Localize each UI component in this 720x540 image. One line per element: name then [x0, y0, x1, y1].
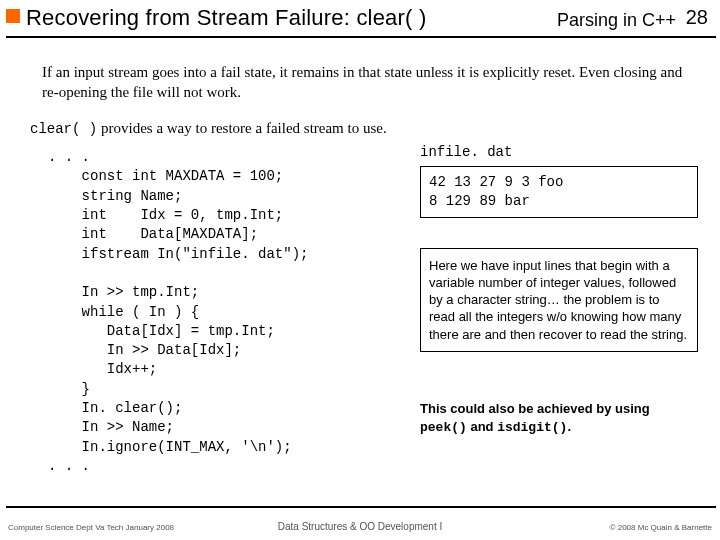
data-file-box: 42 13 27 9 3 foo 8 129 89 bar — [420, 166, 698, 218]
clear-rest: provides a way to restore a failed strea… — [97, 120, 386, 136]
note2-t1: This could also be achieved by using — [420, 401, 650, 416]
course-name: Parsing in C++ — [557, 10, 676, 31]
slide-title: Recovering from Stream Failure: clear( ) — [26, 5, 426, 31]
header-rule — [6, 36, 716, 38]
intro-paragraph: If an input stream goes into a fail stat… — [42, 62, 696, 103]
slide-number: 28 — [686, 6, 708, 29]
data-filename: infile. dat — [420, 144, 512, 160]
accent-square — [6, 9, 20, 23]
note2-code-isdigit: isdigit() — [497, 420, 567, 435]
note2-code-peek: peek() — [420, 420, 467, 435]
note2-t2: and — [467, 419, 497, 434]
note-alt: This could also be achieved by using pee… — [420, 400, 698, 436]
clear-code-inline: clear( ) — [30, 121, 97, 137]
footer-right: © 2008 Mc Quain & Barnette — [610, 523, 712, 532]
clear-sentence: clear( ) provides a way to restore a fai… — [30, 120, 696, 137]
code-block: . . . const int MAXDATA = 100; string Na… — [48, 148, 308, 476]
note-box: Here we have input lines that begin with… — [420, 248, 698, 352]
note2-t3: . — [567, 419, 571, 434]
footer-rule — [6, 506, 716, 508]
